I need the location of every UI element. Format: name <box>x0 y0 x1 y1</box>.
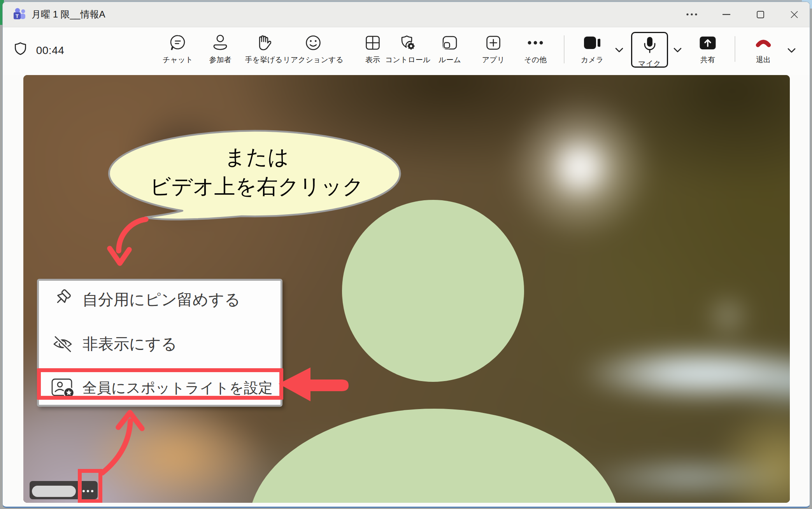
window-title: 月曜 1 限__情報A <box>32 2 105 27</box>
chat-bubble-icon <box>170 34 186 52</box>
video-stage[interactable]: 自分用にピン留めする 非表示にする <box>23 75 790 503</box>
minimize-icon <box>723 14 730 15</box>
ellipsis-icon <box>528 34 543 52</box>
window-close-button[interactable] <box>783 2 805 27</box>
annotation-layer <box>23 75 790 503</box>
grid-icon <box>365 34 380 52</box>
toolbar-button-label: 共有 <box>700 55 715 65</box>
toolbar-button-leave[interactable]: 退出 <box>734 28 793 75</box>
toolbar-button-label: チャット <box>163 55 193 65</box>
ellipsis-icon <box>686 13 697 16</box>
window-maximize-button[interactable] <box>749 2 771 27</box>
camera-filled-icon <box>584 34 601 52</box>
teams-logo-icon: T <box>12 7 27 21</box>
teams-meeting-window: T 月曜 1 限__情報A 00:44 <box>2 2 810 508</box>
toolbar-button-label: カメラ <box>581 55 603 65</box>
rooms-icon <box>442 34 458 52</box>
arrow-left-spotlight <box>279 367 349 401</box>
add-square-icon <box>486 34 501 52</box>
toolbar-button-label: アプリ <box>482 55 505 65</box>
toolbar-button-label: ルーム <box>438 55 461 65</box>
toolbar-button-more[interactable]: その他 <box>506 28 565 75</box>
window-minimize-button[interactable] <box>716 2 737 27</box>
hand-icon <box>256 34 271 52</box>
curved-arrow-from-dots <box>102 413 142 473</box>
close-icon <box>791 11 798 18</box>
meeting-timer: 00:44 <box>31 44 70 57</box>
toolbar-button-label: リアクションする <box>283 55 344 65</box>
meeting-toolbar: 00:44 チャット 参加者 <box>3 28 810 75</box>
curved-arrow-to-menu <box>110 219 146 263</box>
person-icon <box>212 34 228 52</box>
leave-chevron-down-icon[interactable] <box>787 48 796 55</box>
svg-text:T: T <box>16 13 19 19</box>
hang-up-icon <box>755 34 772 52</box>
camera-chevron-down-icon[interactable] <box>615 47 623 54</box>
speech-bubble-text: または ビデオ上を右クリック <box>111 142 402 201</box>
maximize-icon <box>757 11 764 18</box>
toolbar-button-label: 表示 <box>365 55 380 65</box>
shield-gear-icon <box>400 34 416 52</box>
toolbar-button-react[interactable]: リアクションする <box>284 28 342 75</box>
toolbar-button-label: 参加者 <box>209 55 231 65</box>
title-bar: T 月曜 1 限__情報A <box>3 2 810 27</box>
toolbar-button-label: 退出 <box>756 55 771 65</box>
mic-icon <box>644 36 656 55</box>
toolbar-button-label: その他 <box>524 55 547 65</box>
toolbar-button-label: 手を挙げる <box>245 55 282 65</box>
toolbar-button-camera[interactable]: カメラ <box>563 28 621 75</box>
toolbar-button-label: マイク <box>638 59 661 69</box>
smiley-icon <box>305 34 321 52</box>
shield-icon <box>14 42 26 57</box>
toolbar-button-share[interactable]: 共有 <box>679 28 737 75</box>
share-screen-icon <box>700 34 716 52</box>
window-more-button[interactable] <box>681 2 703 27</box>
toolbar-button-mic[interactable]: マイク <box>631 32 668 68</box>
